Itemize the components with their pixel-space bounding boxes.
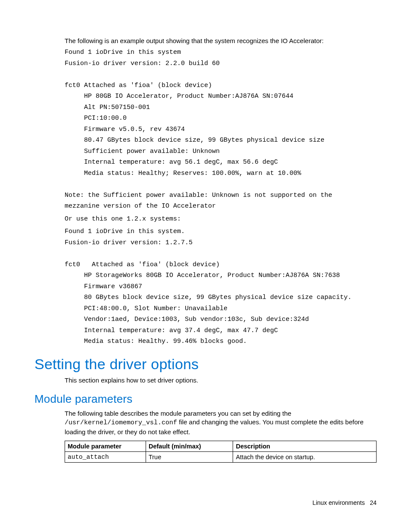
col-description: Description (233, 441, 377, 451)
code-block-2: Found 1 ioDrive in this system. Fusion-i… (65, 226, 377, 347)
module-params-table: Module parameter Default (min/max) Descr… (65, 441, 377, 463)
col-module-parameter: Module parameter (65, 441, 146, 451)
desc-pre: The following table describes the module… (65, 410, 291, 417)
section-intro: This section explains how to set driver … (65, 376, 377, 385)
footer-page-number: 24 (370, 499, 377, 506)
intro-text: The following is an example output showi… (65, 37, 377, 45)
table-header-row: Module parameter Default (min/max) Descr… (65, 441, 377, 451)
page-footer: Linux environments 24 (312, 499, 377, 506)
cell-default: True (146, 451, 233, 462)
conf-file-path: /usr/kernel/iomemory_vsl.conf (65, 419, 177, 426)
cell-desc: Attach the device on startup. (233, 451, 377, 462)
heading-setting-driver-options: Setting the driver options (34, 356, 377, 373)
footer-section: Linux environments (312, 499, 364, 506)
col-default: Default (min/max) (146, 441, 233, 451)
or-line: Or use this one 1.2.x systems: (65, 214, 377, 225)
module-params-desc: The following table describes the module… (65, 409, 377, 436)
code-block-1: Found 1 ioDrive in this system Fusion-io… (65, 47, 377, 212)
table-row: auto_attach True Attach the device on st… (65, 451, 377, 462)
heading-module-parameters: Module parameters (34, 392, 377, 406)
cell-param: auto_attach (65, 451, 146, 462)
